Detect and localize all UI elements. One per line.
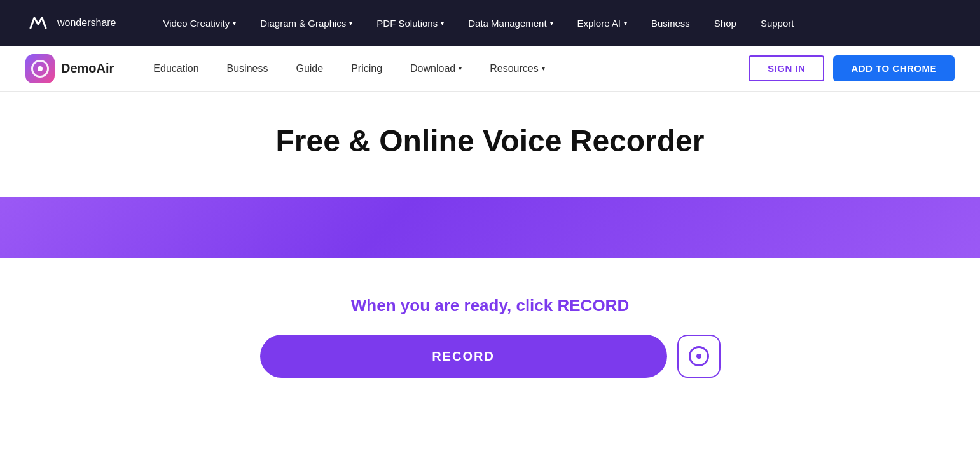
record-instruction-highlight: RECORD bbox=[557, 296, 629, 315]
sub-navigation: DemoAir Education Business Guide Pricing… bbox=[0, 46, 980, 92]
top-navigation: wondershare Video Creativity ▾ Diagram &… bbox=[0, 0, 980, 46]
chevron-down-icon: ▾ bbox=[624, 20, 627, 27]
record-controls: RECORD bbox=[13, 335, 967, 378]
sub-nav-guide[interactable]: Guide bbox=[282, 58, 337, 80]
page-title: Free & Online Voice Recorder bbox=[13, 123, 967, 158]
nav-item-video-creativity[interactable]: Video Creativity ▾ bbox=[155, 13, 245, 34]
chevron-down-icon: ▾ bbox=[441, 20, 444, 27]
chevron-down-icon: ▾ bbox=[349, 20, 352, 27]
product-name: DemoAir bbox=[61, 61, 114, 76]
nav-item-business[interactable]: Business bbox=[642, 13, 699, 34]
add-to-chrome-button[interactable]: ADD TO CHROME bbox=[833, 55, 955, 81]
sub-nav-resources[interactable]: Resources ▾ bbox=[476, 58, 558, 80]
wondershare-logo-text: wondershare bbox=[57, 17, 116, 29]
main-content: Free & Online Voice Recorder bbox=[0, 92, 980, 197]
sub-nav-links: Education Business Guide Pricing Downloa… bbox=[139, 58, 749, 80]
chevron-down-icon: ▾ bbox=[233, 20, 236, 27]
nav-item-diagram-graphics[interactable]: Diagram & Graphics ▾ bbox=[251, 13, 361, 34]
top-nav-links: Video Creativity ▾ Diagram & Graphics ▾ … bbox=[155, 13, 955, 34]
settings-icon-dot bbox=[696, 354, 701, 359]
sub-nav-download[interactable]: Download ▾ bbox=[396, 58, 476, 80]
record-button[interactable]: RECORD bbox=[260, 335, 667, 378]
demoair-logo-dot bbox=[38, 66, 43, 71]
demoair-logo-icon bbox=[25, 54, 55, 83]
record-instruction: When you are ready, click RECORD bbox=[13, 296, 967, 316]
chevron-down-icon: ▾ bbox=[550, 20, 553, 27]
record-section: When you are ready, click RECORD RECORD bbox=[0, 283, 980, 403]
wondershare-logo[interactable]: wondershare bbox=[25, 10, 116, 36]
settings-icon bbox=[689, 346, 709, 366]
demoair-logo[interactable]: DemoAir bbox=[25, 54, 114, 83]
demoair-logo-ring bbox=[31, 60, 49, 78]
nav-item-shop[interactable]: Shop bbox=[705, 13, 745, 34]
sub-nav-pricing[interactable]: Pricing bbox=[337, 58, 396, 80]
sign-in-button[interactable]: SIGN IN bbox=[749, 55, 824, 81]
sub-nav-actions: SIGN IN ADD TO CHROME bbox=[749, 55, 955, 81]
chevron-down-icon: ▾ bbox=[542, 65, 545, 72]
nav-item-explore-ai[interactable]: Explore AI ▾ bbox=[569, 13, 636, 34]
sub-nav-education[interactable]: Education bbox=[139, 58, 212, 80]
settings-button[interactable] bbox=[677, 335, 721, 378]
nav-item-data-management[interactable]: Data Management ▾ bbox=[459, 13, 562, 34]
purple-banner bbox=[0, 197, 980, 258]
nav-item-pdf-solutions[interactable]: PDF Solutions ▾ bbox=[368, 13, 453, 34]
nav-item-support[interactable]: Support bbox=[752, 13, 803, 34]
sub-nav-business[interactable]: Business bbox=[213, 58, 282, 80]
chevron-down-icon: ▾ bbox=[459, 65, 462, 72]
